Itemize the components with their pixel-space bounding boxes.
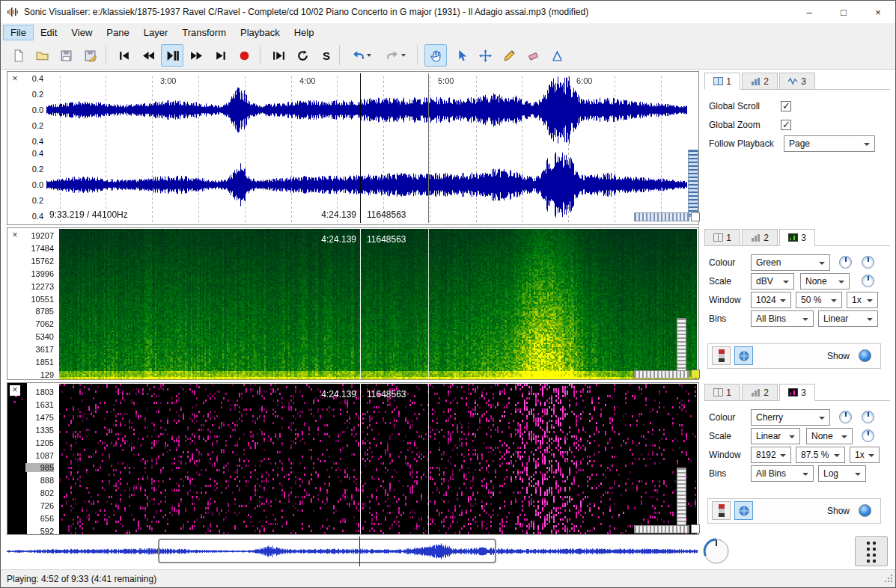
normalization-select[interactable]: None (800, 273, 850, 290)
layer-summary-button[interactable] (855, 536, 888, 566)
play-loop-button[interactable] (291, 44, 314, 67)
horizontal-zoom-thumbwheel[interactable] (634, 525, 689, 533)
scale-toggle-button[interactable] (734, 346, 753, 365)
zoom-reset-button[interactable] (691, 524, 700, 533)
follow-playback-select[interactable]: Page (784, 135, 875, 152)
menu-edit[interactable]: Edit (34, 25, 64, 40)
amplitude-scale-label: 0.0 (21, 105, 43, 114)
play-pause-button[interactable] (161, 44, 183, 67)
rewind-start-icon (118, 49, 131, 62)
horizontal-zoom-thumbwheel[interactable] (634, 212, 689, 221)
maximize-button[interactable]: □ (826, 1, 861, 23)
rewind-button[interactable] (137, 44, 159, 67)
close-pane-button[interactable]: × (10, 74, 20, 85)
colourbar-button[interactable] (712, 346, 731, 365)
colour-select[interactable]: Cherry (751, 409, 830, 426)
props1-tab-2[interactable]: 2 (742, 73, 778, 90)
bin-scale-select[interactable]: Log (818, 465, 866, 482)
play-selection-button[interactable] (267, 44, 290, 67)
bins-select[interactable]: All Bins (751, 310, 814, 327)
open-button[interactable] (31, 44, 53, 67)
threshold-knob[interactable] (862, 429, 874, 442)
menu-pane[interactable]: Pane (100, 25, 135, 40)
horizontal-zoom-thumbwheel[interactable] (634, 370, 689, 379)
frequency-scale-label: 129 (25, 370, 54, 379)
playback-speed-knob[interactable] (700, 533, 733, 568)
spectrogram-canvas-green[interactable] (59, 229, 697, 379)
menu-file[interactable]: File (4, 25, 33, 40)
frequency-scale-label: 985 (25, 463, 54, 472)
props2-tab-1[interactable]: 1 (704, 229, 740, 246)
navigate-tool-button[interactable] (424, 44, 447, 67)
vertical-zoom-thumbwheel[interactable] (688, 150, 698, 217)
scale-select[interactable]: dBV (751, 273, 794, 290)
vertical-zoom-thumbwheel[interactable] (677, 468, 686, 525)
save-button[interactable] (55, 44, 77, 67)
scale-value: Linear (756, 431, 781, 441)
scale-select[interactable]: Linear (751, 428, 800, 444)
export-button[interactable] (79, 44, 101, 67)
props3-tab-2[interactable]: 2 (742, 384, 778, 401)
measure-tool-button[interactable] (546, 44, 568, 67)
threshold-knob[interactable] (862, 275, 874, 287)
center-cursor-line (360, 229, 361, 379)
window-overlap-select[interactable]: 50 % (796, 292, 842, 308)
gain-knob[interactable] (862, 256, 874, 269)
tab-label: 2 (764, 388, 769, 398)
select-tool-button[interactable] (450, 44, 472, 67)
window-size-select[interactable]: 1024 (751, 292, 791, 308)
zoom-reset-button[interactable] (691, 212, 700, 221)
skip-end-button[interactable] (209, 44, 231, 67)
erase-tool-button[interactable] (522, 44, 544, 67)
undo-button[interactable] (347, 44, 377, 67)
colour-rotate-knob[interactable] (839, 256, 852, 269)
layer-show-frame (707, 498, 881, 524)
waveform-canvas[interactable] (46, 73, 687, 223)
resize-grip[interactable] (883, 573, 894, 586)
close-pane-button[interactable]: × (10, 385, 20, 396)
close-pane-button[interactable]: × (10, 230, 20, 241)
edit-tool-button[interactable] (474, 44, 496, 67)
global-zoom-checkbox[interactable] (781, 120, 791, 130)
oversampling-select[interactable]: 1x (850, 447, 880, 463)
view-region-rect[interactable] (158, 539, 496, 563)
rewind-start-button[interactable] (113, 44, 135, 67)
window-size-select[interactable]: 8192 (751, 447, 791, 463)
props1-tab-3[interactable]: 3 (779, 73, 815, 90)
scale-toggle-button[interactable] (734, 501, 753, 520)
resize-grip-icon (883, 573, 894, 584)
gain-knob[interactable] (862, 411, 874, 423)
props1-tab-1[interactable]: 1 (704, 73, 740, 90)
show-toggle-led[interactable] (859, 504, 871, 517)
global-scroll-checkbox[interactable] (781, 101, 791, 111)
solo-button[interactable]: S (315, 44, 338, 67)
menu-transform[interactable]: Transform (175, 25, 233, 40)
bin-scale-select[interactable]: Linear (818, 310, 878, 327)
bins-select[interactable]: All Bins (751, 465, 814, 482)
colour-select[interactable]: Green (751, 254, 830, 271)
close-button[interactable]: × (861, 1, 895, 23)
record-button[interactable] (233, 44, 255, 67)
zoom-reset-button[interactable] (691, 370, 700, 379)
vertical-zoom-thumbwheel[interactable] (677, 318, 686, 373)
colourbar-button[interactable] (712, 501, 731, 520)
fast-forward-button[interactable] (185, 44, 207, 67)
draw-tool-button[interactable] (498, 44, 520, 67)
props3-tab-1[interactable]: 1 (704, 384, 740, 401)
colour-rotate-knob[interactable] (839, 411, 852, 423)
spectrogram-canvas-pink[interactable] (59, 384, 697, 534)
menu-view[interactable]: View (64, 25, 99, 40)
redo-button[interactable] (381, 44, 411, 67)
menu-layer[interactable]: Layer (137, 25, 175, 40)
normalization-select[interactable]: None (806, 428, 853, 444)
window-overlap-select[interactable]: 87.5 % (796, 447, 845, 463)
minimize-button[interactable]: – (792, 1, 826, 23)
props2-tab-2[interactable]: 2 (742, 229, 778, 246)
menu-help[interactable]: Help (287, 25, 321, 40)
new-session-button[interactable] (7, 44, 29, 67)
menu-playback[interactable]: Playback (234, 25, 287, 40)
props2-tab-3[interactable]: 3 (779, 229, 815, 246)
oversampling-select[interactable]: 1x (847, 292, 878, 308)
show-toggle-led[interactable] (859, 349, 871, 362)
props3-tab-3[interactable]: 3 (779, 384, 815, 401)
